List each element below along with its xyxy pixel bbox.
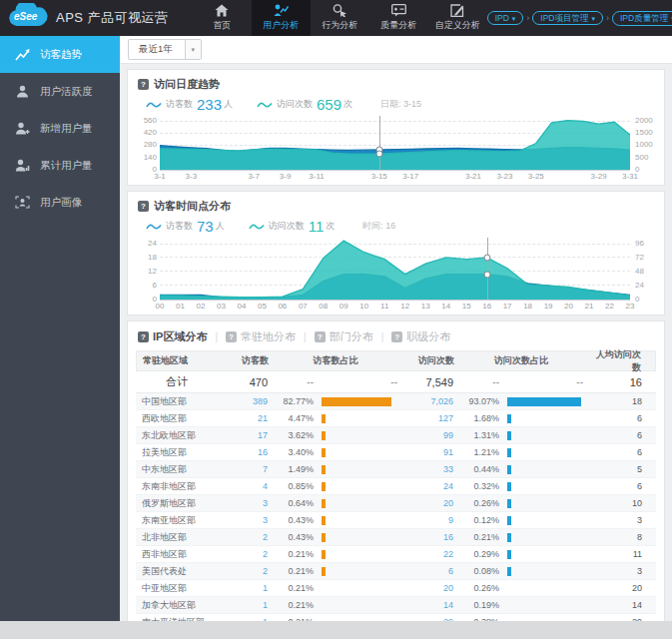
visitor-count: 73 <box>197 219 214 234</box>
date-range-select[interactable]: 最近1年 ▾ <box>128 39 202 60</box>
per-capita-visits: 6 <box>587 481 656 491</box>
visit-share: 1.21% <box>453 447 499 457</box>
teal-wave-icon <box>249 222 265 232</box>
breadcrumb-pill-quality[interactable]: IPD质量管理 ▾ ✕ <box>612 11 672 26</box>
visit-share: 0.26% <box>453 498 499 508</box>
region-name: 东南非地区部 <box>136 480 218 493</box>
tab-rank[interactable]: ? 职级分布 <box>391 329 450 344</box>
chevron-down-icon: ▾ <box>512 15 516 22</box>
visitor-share: 1.49% <box>268 464 314 474</box>
sidebar-item-visitor-trend[interactable]: 访客趋势 <box>0 36 120 73</box>
visitor-count: 3 <box>218 498 268 508</box>
visit-share: 0.32% <box>453 481 499 491</box>
nav-item-home[interactable]: 首页 <box>193 0 252 36</box>
daily-trend-chart[interactable]: 0140280420560 0500100015002000 <box>128 114 664 171</box>
region-name: 东北欧地区部 <box>136 429 218 442</box>
table-row[interactable]: 东南亚地区部30.43%90.12%3 <box>136 512 656 529</box>
tab-ip-region[interactable]: ? IP区域分布 <box>138 329 207 344</box>
per-capita-visits: 29 <box>587 617 656 621</box>
visit-count: 22 <box>401 549 453 559</box>
esee-logo[interactable]: eSee <box>7 3 53 33</box>
visit-share-bar <box>507 397 581 406</box>
per-capita-visits: 11 <box>587 549 656 559</box>
plot-area[interactable] <box>160 116 630 171</box>
nav-item-quality[interactable]: 质量分析 <box>369 0 428 36</box>
visit-share: 0.26% <box>453 583 499 593</box>
visitor-share-bar <box>322 499 326 508</box>
table-row[interactable]: 西非地区部20.21%220.29%11 <box>136 546 656 563</box>
blue-wave-icon <box>146 100 162 110</box>
chevron-down-icon: ▾ <box>591 15 595 22</box>
breadcrumb-separator: › <box>526 13 529 23</box>
region-name: 加拿大地区部 <box>136 599 218 612</box>
hover-marker-dot <box>483 271 490 278</box>
help-icon: ? <box>138 331 149 342</box>
sidebar-item-new-users[interactable]: 新增用户量 <box>0 110 120 147</box>
visitor-count: 16 <box>218 447 268 457</box>
table-row[interactable]: 拉美地区部163.40%911.21%6 <box>136 444 656 461</box>
left-axis: 06121824 <box>134 238 160 301</box>
visit-share-bar <box>507 533 511 542</box>
sidebar-item-user-activity[interactable]: 用户活跃度 <box>0 73 120 110</box>
visitor-share-bar <box>322 482 326 491</box>
visitor-count: 1 <box>218 583 268 593</box>
hourly-distribution-chart[interactable]: 06121824 024487296 <box>128 236 664 301</box>
visit-count: 29 <box>401 617 453 621</box>
topbar: eSee APS 产品可视运营 首页 用户分析 行为分析 <box>0 0 672 36</box>
distribution-tabs: ? IP区域分布 | ? 常驻地分布 | ? 部门分布 | ? 职级分布 <box>128 321 664 350</box>
visitor-share-bar <box>322 397 391 406</box>
help-icon[interactable]: ? <box>138 79 149 90</box>
visitor-share-bar <box>322 448 326 457</box>
visitor-share: 3.62% <box>268 430 314 440</box>
table-row[interactable]: 西欧地区部214.47%1271.68%6 <box>136 410 656 427</box>
table-row[interactable]: 中东地区部71.49%330.44%5 <box>136 461 656 478</box>
visit-count: 91 <box>401 447 453 457</box>
table-row[interactable]: 北非地区部20.43%160.21%8 <box>136 529 656 546</box>
total-users-icon <box>15 159 30 172</box>
table-row[interactable]: 东北欧地区部173.62%991.31%6 <box>136 427 656 444</box>
nav-item-behavior[interactable]: 行为分析 <box>311 0 369 36</box>
visitor-count: 1 <box>218 617 268 621</box>
per-capita-visits: 8 <box>587 532 656 542</box>
svg-text:eSee: eSee <box>14 11 38 22</box>
region-name: 美国代表处 <box>136 565 218 578</box>
visitor-count: 17 <box>218 430 268 440</box>
hover-marker-dot <box>375 151 382 158</box>
visitor-count: 1 <box>218 600 268 610</box>
table-row[interactable]: 中亚地区部10.21%200.26%20 <box>136 580 656 597</box>
region-name: 俄罗斯地区部 <box>136 497 218 510</box>
visitor-share: 0.21% <box>268 617 314 621</box>
per-capita-visits: 5 <box>587 464 656 474</box>
visitor-share-bar <box>322 465 326 474</box>
x-axis-labels: 0001020304050607080910111213141516171819… <box>160 302 630 312</box>
help-icon[interactable]: ? <box>138 201 149 212</box>
region-name: 中东地区部 <box>136 463 218 476</box>
top-nav: 首页 用户分析 行为分析 质量分析 <box>193 0 487 36</box>
nav-item-user-analytics[interactable]: 用户分析 <box>252 0 311 36</box>
visit-count: 127 <box>401 413 453 423</box>
sidebar-item-user-portrait[interactable]: 用户画像 <box>0 184 120 221</box>
visit-share-bar <box>507 516 511 525</box>
visit-count: 20 <box>401 583 453 593</box>
tab-department[interactable]: ? 部门分布 <box>315 329 373 344</box>
table-row[interactable]: 中国地区部38982.77%7,02693.07%18 <box>136 393 656 410</box>
visit-share: 93.07% <box>453 396 499 406</box>
tab-residence[interactable]: ? 常驻地分布 <box>226 329 296 344</box>
table-row[interactable]: 东南非地区部40.85%240.32%6 <box>136 478 656 495</box>
visit-share: 0.29% <box>453 549 499 559</box>
visitor-count: 2 <box>218 549 268 559</box>
breadcrumb-pill-project[interactable]: IPD项目管理 ▾ <box>532 11 603 26</box>
breadcrumb-pill-ipd[interactable]: IPD ▾ <box>487 11 524 26</box>
help-icon: ? <box>226 331 237 342</box>
table-header-row: 常驻地区域 访客数 访客数占比 访问次数 访问次数占比 人均访问次数 <box>136 350 656 371</box>
visitor-share: 0.21% <box>268 583 314 593</box>
left-axis: 0140280420560 <box>134 116 160 171</box>
table-row[interactable]: 加拿大地区部10.21%140.19%14 <box>136 597 656 614</box>
plot-area[interactable] <box>160 238 630 301</box>
table-row[interactable]: 南太平洋地区部10.21%290.38%29 <box>136 614 656 621</box>
table-row[interactable]: 俄罗斯地区部30.64%200.26%10 <box>136 495 656 512</box>
visit-count: 6 <box>401 566 453 576</box>
sidebar-item-total-users[interactable]: 累计用户量 <box>0 147 120 184</box>
table-row[interactable]: 美国代表处20.21%60.08%3 <box>136 563 656 580</box>
nav-item-custom-analytics[interactable]: 自定义分析 <box>428 0 487 36</box>
